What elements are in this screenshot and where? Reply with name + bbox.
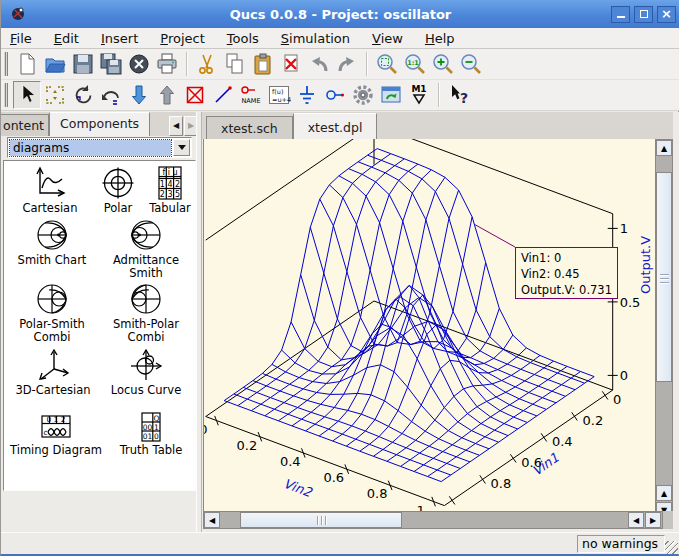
whats-this-help-button[interactable]: ? [445, 81, 473, 109]
tab-xtest-dpl[interactable]: xtest.dpl [293, 113, 378, 139]
data-display-page[interactable]: 00.20.40.60.8100.20.40.60.800.51Vin2Vin1… [203, 139, 655, 511]
sidebar-tab-components[interactable]: Components [49, 112, 150, 136]
menu-project-accel: P [160, 31, 168, 46]
title-bar[interactable]: Qucs 0.0.8 - Project: oscillator × [1, 0, 679, 28]
cartesian-diagram-icon [30, 165, 70, 201]
insert-equation-icon: f(u)=u+4 [267, 83, 291, 107]
cut-button[interactable] [193, 50, 221, 78]
menu-insert[interactable]: Insert [92, 30, 147, 47]
menu-simulation-accel: S [281, 31, 289, 46]
menu-project-rest: roject [168, 31, 205, 46]
menu-project[interactable]: Project [151, 30, 214, 47]
insert-ground-button[interactable] [293, 81, 321, 109]
menu-view[interactable]: View [363, 30, 412, 47]
scroll-up-button-2[interactable]: ▲ [656, 485, 672, 501]
toggle-data-display-icon [379, 83, 403, 107]
palette-item-cartesian[interactable]: Cartesian [8, 165, 92, 215]
toggle-data-display-button[interactable] [377, 81, 405, 109]
deactivate-component-button[interactable] [181, 81, 209, 109]
menu-edit-rest: dit [62, 31, 79, 46]
undo-button[interactable] [305, 50, 333, 78]
scroll-up-button[interactable]: ▲ [656, 140, 672, 156]
insert-wire-button[interactable] [209, 81, 237, 109]
redo-button[interactable] [333, 50, 361, 78]
zoom-in-button[interactable] [429, 50, 457, 78]
menu-tools-rest: ools [233, 31, 259, 46]
set-marker-button[interactable]: M1 [405, 81, 433, 109]
palette-item-locus-curve[interactable]: Locus Curve [100, 347, 192, 397]
select-button[interactable] [13, 81, 41, 109]
menu-help[interactable]: Help [416, 30, 464, 47]
chevron-down-icon [178, 145, 186, 150]
zoom-one-to-one-button[interactable]: 1:1 [401, 50, 429, 78]
move-component-text-icon [43, 83, 67, 107]
plot-horizontal-scrollbar[interactable]: ◀ ◀ ▶ [203, 511, 663, 529]
menu-edit[interactable]: Edit [45, 30, 88, 47]
smith-chart-icon [32, 217, 72, 253]
palette-item-smith-chart[interactable]: Smith Chart [8, 217, 96, 267]
toolbar-handle[interactable] [4, 83, 8, 107]
menu-bar: File Edit Insert Project Tools Simulatio… [1, 28, 679, 49]
copy-button[interactable] [221, 50, 249, 78]
3d-plot-canvas[interactable]: 00.20.40.60.8100.20.40.60.800.51Vin2Vin1… [204, 139, 655, 511]
pop-out-button[interactable] [153, 81, 181, 109]
insert-equation-button[interactable]: f(u)=u+4 [265, 81, 293, 109]
insert-port-button[interactable] [321, 81, 349, 109]
palette-item-truth-table[interactable]: Q001010 Truth Table [108, 411, 194, 457]
minimize-button[interactable] [611, 6, 630, 23]
save-all-documents-button[interactable] [97, 50, 125, 78]
go-into-subcircuit-icon [127, 83, 151, 107]
slider-grip [325, 516, 327, 525]
new-document-button[interactable] [13, 50, 41, 78]
panel-splitter[interactable] [196, 112, 202, 532]
palette-item-admittance-smith[interactable]: Admittance Smith [98, 217, 194, 280]
simulate-button[interactable] [349, 81, 377, 109]
3d-cartesian-icon [33, 347, 73, 383]
insert-wire-label-button[interactable]: NAME [237, 81, 265, 109]
combo-dropdown-button[interactable] [173, 139, 190, 156]
plot-marker-box[interactable]: Vin1: 0 Vin2: 0.45 Output.V: 0.731 [515, 247, 618, 299]
open-document-button[interactable] [41, 50, 69, 78]
horizontal-scroll-slider[interactable] [240, 512, 402, 528]
select-icon [15, 83, 39, 107]
maximize-button[interactable] [634, 6, 653, 23]
menu-simulation[interactable]: Simulation [272, 30, 359, 47]
close-document-button[interactable] [125, 50, 153, 78]
palette-item-label: Cartesian [8, 202, 92, 215]
menu-file[interactable]: File [1, 30, 41, 47]
simulate-icon [351, 83, 375, 107]
palette-item-label: Smith-Polar Combi [98, 318, 194, 344]
component-category-select[interactable]: diagrams [7, 137, 192, 158]
palette-item-polar[interactable]: Polar [92, 165, 144, 215]
print-button[interactable] [153, 50, 181, 78]
palette-item-smith-polar-combi[interactable]: Smith-Polar Combi [98, 281, 194, 344]
plot-vertical-scrollbar[interactable]: ▲ ▲ ▼ [655, 139, 673, 520]
rotate-component-button[interactable] [69, 81, 97, 109]
sidebar-tab-content[interactable]: ontent [1, 114, 49, 136]
scroll-left-button-2[interactable]: ◀ [628, 512, 644, 528]
close-button[interactable]: × [657, 6, 676, 23]
zoom-out-button[interactable] [457, 50, 485, 78]
mirror-component-button[interactable] [97, 81, 125, 109]
tab-scroll-left-button[interactable]: ◀ [169, 116, 183, 136]
menu-tools[interactable]: Tools [218, 30, 268, 47]
vertical-scroll-slider[interactable] [656, 172, 672, 382]
palette-item-polar-smith-combi[interactable]: Polar-Smith Combi [8, 281, 96, 344]
locus-curve-icon [126, 347, 166, 383]
palette-item-tabular[interactable]: f i u1 4 22 3 5 Tabular [144, 165, 196, 215]
delete-button[interactable] [277, 50, 305, 78]
paste-button[interactable] [249, 50, 277, 78]
palette-item-3d-cartesian[interactable]: 3D-Cartesian [6, 347, 100, 397]
scroll-left-button[interactable]: ◀ [204, 512, 220, 528]
go-into-subcircuit-button[interactable] [125, 81, 153, 109]
move-component-text-button[interactable] [41, 81, 69, 109]
tab-xtest-sch[interactable]: xtest.sch [206, 116, 293, 139]
toolbar-handle[interactable] [4, 52, 8, 76]
zoom-fit-button[interactable] [373, 50, 401, 78]
palette-item-timing-diagram[interactable]: 0 1 2c Timing Diagram [4, 411, 108, 457]
set-marker-icon: M1 [407, 83, 431, 107]
save-document-button[interactable] [69, 50, 97, 78]
scroll-right-button[interactable]: ▶ [645, 512, 661, 528]
window-resize-grip[interactable] [665, 541, 678, 554]
slider-grip [317, 516, 319, 525]
